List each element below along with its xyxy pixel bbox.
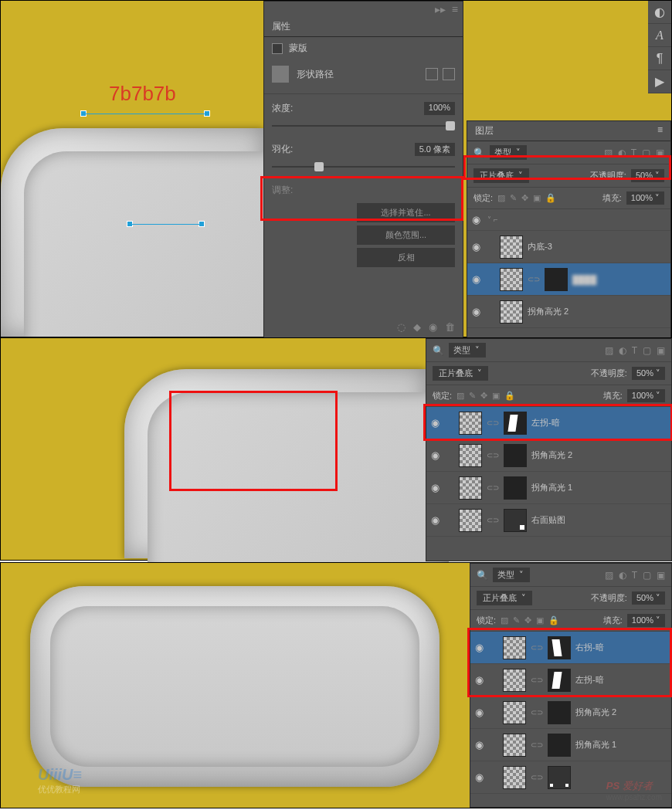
layer-row[interactable]: ◉ ⊂⊃ 拐角高光 1 bbox=[470, 729, 671, 761]
watermark: PS 爱好者 www.psahz.com bbox=[606, 779, 662, 802]
filter-shape-icon[interactable]: ▢ bbox=[643, 345, 651, 356]
layer-row[interactable]: ◉ 内底-3 bbox=[467, 231, 670, 263]
mask-thumbnail bbox=[504, 476, 527, 500]
visibility-icon[interactable]: ◉ bbox=[472, 273, 483, 285]
panel-flyout[interactable]: ▸▸ ≡ bbox=[264, 2, 463, 17]
feather-value[interactable]: 5.0 像素 bbox=[415, 143, 455, 156]
link-icon[interactable]: ⊂⊃ bbox=[531, 741, 543, 749]
opacity-label: 不透明度: bbox=[591, 592, 627, 604]
play-icon[interactable]: ▶ bbox=[648, 70, 671, 93]
density-slider[interactable] bbox=[272, 120, 455, 132]
visibility-icon[interactable]: ◉ bbox=[431, 514, 442, 526]
lock-all-icon[interactable]: 🔒 bbox=[548, 615, 559, 625]
lock-pixels-icon[interactable]: ▨ bbox=[501, 615, 508, 625]
link-icon[interactable]: ⊂⊃ bbox=[487, 483, 499, 492]
search-icon[interactable]: 🔍 bbox=[433, 345, 444, 356]
layers-tab[interactable]: 图层 bbox=[475, 124, 494, 137]
filter-kind-dropdown[interactable]: 类型 ˅ bbox=[493, 568, 530, 582]
layer-name[interactable]: 拐角高光 1 bbox=[531, 482, 572, 493]
layer-name[interactable]: 右面贴图 bbox=[531, 514, 565, 526]
properties-panel: ▸▸ ≡ 属性 蒙版 形状路径 浓度: 100% bbox=[263, 1, 463, 338]
filter-adjustment-icon[interactable]: ◐ bbox=[619, 345, 626, 356]
color-picker-icon[interactable]: ◐ bbox=[648, 1, 671, 24]
lock-move-icon[interactable]: ✥ bbox=[480, 391, 487, 401]
fill-label: 填充: bbox=[603, 390, 623, 402]
fill-value[interactable]: 100% ˅ bbox=[626, 191, 664, 205]
layer-name[interactable]: 拐角高光 2 bbox=[531, 449, 572, 461]
layer-row[interactable]: ◉ ⊂⊃ 右面贴图 bbox=[426, 504, 671, 537]
blend-mode-dropdown[interactable]: 正片叠底 ˅ bbox=[477, 591, 532, 605]
lock-artboard-icon[interactable]: ▣ bbox=[536, 615, 544, 625]
layer-name[interactable]: 内底-3 bbox=[528, 241, 552, 252]
filter-smart-icon[interactable]: ▣ bbox=[657, 345, 665, 356]
link-icon[interactable]: ⊂⊃ bbox=[528, 275, 540, 283]
layer-name[interactable]: ████ bbox=[572, 275, 596, 284]
filter-smart-icon[interactable]: ▣ bbox=[657, 570, 665, 581]
opacity-value[interactable]: 50% ˅ bbox=[632, 591, 665, 605]
search-icon[interactable]: 🔍 bbox=[477, 570, 488, 581]
layer-name[interactable]: 拐角高光 1 bbox=[575, 739, 616, 751]
lock-brush-icon[interactable]: ✎ bbox=[469, 391, 476, 401]
filter-kind-dropdown[interactable]: 类型 ˅ bbox=[449, 343, 486, 358]
panel-menu-icon[interactable]: ≡ bbox=[657, 124, 663, 137]
pixel-mask-icon[interactable] bbox=[426, 68, 438, 80]
lock-pixels-icon[interactable]: ▨ bbox=[456, 391, 464, 401]
layer-row[interactable]: ◉ ⊂⊃ ████ bbox=[467, 263, 670, 296]
lock-brush-icon[interactable]: ✎ bbox=[510, 193, 517, 203]
properties-tab[interactable]: 属性 bbox=[272, 20, 290, 33]
visibility-icon[interactable]: ◉ bbox=[431, 449, 442, 461]
invert-button[interactable]: 反相 bbox=[357, 248, 455, 267]
filter-adjustment-icon[interactable]: ◐ bbox=[619, 570, 626, 581]
lock-move-icon[interactable]: ✥ bbox=[521, 193, 528, 203]
eye-icon[interactable]: ◉ bbox=[429, 321, 437, 333]
lock-pixels-icon[interactable]: ▨ bbox=[497, 193, 505, 203]
layer-thumbnail bbox=[500, 236, 523, 259]
visibility-icon[interactable]: ◉ bbox=[475, 771, 486, 783]
layer-name[interactable]: 拐角高光 2 bbox=[528, 306, 568, 317]
paragraph-icon[interactable]: ¶ bbox=[648, 47, 671, 70]
fill-value[interactable]: 100% ˅ bbox=[627, 614, 665, 627]
layer-thumbnail bbox=[500, 268, 523, 291]
link-icon[interactable]: ⊂⊃ bbox=[487, 451, 499, 459]
lock-artboard-icon[interactable]: ▣ bbox=[492, 391, 500, 401]
feather-slider[interactable] bbox=[272, 161, 455, 173]
filter-type-icon[interactable]: T bbox=[632, 345, 637, 356]
lock-all-icon[interactable]: 🔒 bbox=[504, 391, 515, 401]
visibility-icon[interactable]: ◉ bbox=[475, 739, 486, 751]
filter-type-icon[interactable]: T bbox=[632, 570, 637, 581]
layer-name[interactable]: 拐角高光 2 bbox=[575, 707, 616, 718]
link-icon[interactable]: ⊂⊃ bbox=[487, 516, 499, 524]
layer-row[interactable]: ◉ 拐角高光 2 bbox=[467, 296, 670, 328]
visibility-icon[interactable]: ◉ bbox=[431, 482, 442, 493]
visibility-icon[interactable]: ◉ bbox=[472, 241, 483, 252]
mask-label: 蒙版 bbox=[289, 42, 307, 55]
link-icon[interactable]: ⊂⊃ bbox=[531, 773, 543, 781]
filter-image-icon[interactable]: ▨ bbox=[605, 570, 613, 581]
visibility-icon[interactable]: ◉ bbox=[472, 214, 483, 225]
layer-row[interactable]: ◉ ⊂⊃ 拐角高光 1 bbox=[426, 472, 671, 504]
vector-mask-icon[interactable] bbox=[443, 68, 455, 80]
visibility-icon[interactable]: ◉ bbox=[472, 306, 483, 317]
density-value[interactable]: 100% bbox=[424, 102, 455, 115]
load-selection-icon[interactable]: ◌ bbox=[397, 321, 406, 333]
filter-shape-icon[interactable]: ▢ bbox=[643, 570, 651, 581]
lock-move-icon[interactable]: ✥ bbox=[524, 615, 531, 625]
link-icon[interactable]: ⊂⊃ bbox=[531, 708, 543, 717]
layer-row[interactable]: ◉ ⊂⊃ 拐角高光 2 bbox=[426, 439, 671, 472]
canvas-metal-shape bbox=[1, 128, 263, 337]
filter-image-icon[interactable]: ▨ bbox=[605, 345, 613, 356]
fill-value[interactable]: 100% ˅ bbox=[627, 389, 665, 402]
lock-all-icon[interactable]: 🔒 bbox=[545, 193, 556, 203]
trash-icon[interactable]: 🗑 bbox=[445, 321, 455, 333]
layer-row[interactable]: ◉ ˅ ⌐ bbox=[467, 209, 670, 231]
apply-mask-icon[interactable]: ◆ bbox=[413, 321, 421, 333]
mask-type-icon[interactable] bbox=[272, 43, 283, 54]
type-icon[interactable]: A bbox=[648, 24, 671, 47]
color-range-button[interactable]: 颜色范围... bbox=[357, 225, 455, 245]
visibility-icon[interactable]: ◉ bbox=[475, 707, 486, 718]
opacity-value[interactable]: 50% ˅ bbox=[632, 367, 665, 380]
blend-mode-dropdown[interactable]: 正片叠底 ˅ bbox=[433, 366, 488, 381]
lock-artboard-icon[interactable]: ▣ bbox=[533, 193, 541, 203]
layer-row[interactable]: ◉ ⊂⊃ 拐角高光 2 bbox=[470, 696, 671, 729]
lock-brush-icon[interactable]: ✎ bbox=[513, 615, 520, 625]
